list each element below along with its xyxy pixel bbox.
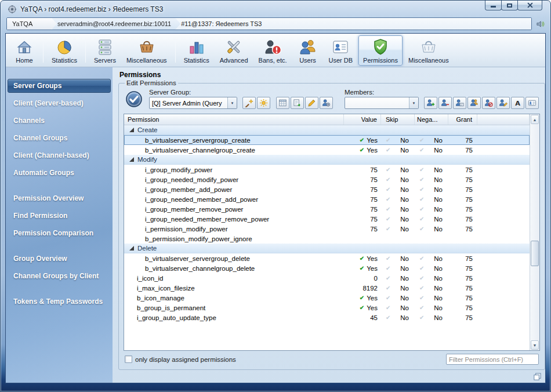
permission-row[interactable]: b_permission_modify_power_ignore [124,234,530,244]
permission-row[interactable]: i_group_member_remove_power75✔No✔No75 [124,204,530,214]
permission-row[interactable]: b_group_is_permanent✔Yes✔No✔No75 [124,303,530,313]
skip-check-icon: ✔ [386,147,390,153]
value-cell: 75 [344,176,381,183]
toolbar-button-miscellaneous[interactable]: Miscellaneous [122,35,172,66]
maximize-button[interactable] [501,1,518,10]
toolbar-button-statistics[interactable]: Statistics [47,35,82,66]
members-users-small-button[interactable] [467,97,481,109]
filter-permissions-input[interactable] [446,354,539,365]
sidebar-item-channel-groups[interactable]: Channel Groups [8,131,111,145]
sidebar-item-tokens-temp-passwords[interactable]: Tokens & Temp Passwords [8,295,111,308]
permission-row[interactable]: i_group_needed_member_remove_power75✔No✔… [124,214,530,224]
server-group-magic-wand-button[interactable] [242,97,256,109]
permission-row[interactable]: b_icon_manage✔Yes✔No✔No75 [124,293,530,303]
members-user-add-button[interactable] [424,97,437,109]
expand-triangle-icon[interactable] [129,157,134,162]
value-cell: 45 [344,314,381,321]
permission-group-row[interactable]: Delete [124,244,530,253]
toolbar-button-bans-etc[interactable]: Bans, etc. [254,35,292,66]
permission-row[interactable]: i_max_icon_filesize8192✔No✔No75 [124,283,530,293]
sidebar-item-server-groups[interactable]: Server Groups [8,79,111,93]
value-cell: 0 [344,275,381,282]
permission-row[interactable]: b_virtualserver_channelgroup_create✔Yes✔… [124,145,530,155]
scrollbar-track[interactable] [530,125,539,340]
permission-row[interactable]: i_group_member_add_power75✔No✔No75 [124,184,530,194]
sidebar-item-group-overview[interactable]: Group Overview [8,252,111,266]
permission-row[interactable]: i_permission_modify_power75✔No✔No75 [124,224,530,234]
minimize-button[interactable] [485,1,502,10]
column-negated[interactable]: Nega... [415,114,448,125]
sidebar-item-channel-groups-by-client[interactable]: Channel Groups by Client [8,269,111,283]
sidebar-item-permission-overview[interactable]: Permission Overview [8,191,111,205]
members-select[interactable]: ▼ [345,97,419,109]
members-label: Members: [345,89,539,96]
expand-triangle-icon[interactable] [129,128,134,132]
vertical-scrollbar[interactable]: ▲ ▼ [530,114,539,350]
toolbar-button-home[interactable]: Home [9,35,39,66]
negate-check-icon: ✔ [419,197,424,202]
skip-check-icon: ✔ [386,177,390,183]
sidebar-item-automatic-groups[interactable]: Automatic Groups [8,166,111,180]
toolbar-button-users[interactable]: Users [293,35,323,66]
server-group-user-gear-button[interactable] [320,97,333,109]
server-group-pencil-button[interactable] [305,97,318,109]
scrollbar-thumb[interactable] [531,241,539,266]
server-group-sun-button[interactable] [257,97,270,109]
titlebar[interactable]: YaTQA › root4.redeemer.biz › Яedeemers T… [5,1,546,16]
negate-check-icon: ✔ [419,167,424,173]
negate-text: No [434,265,443,272]
permission-row[interactable]: b_virtualserver_channelgroup_delete✔Yes✔… [124,263,530,273]
breadcrumb-segment-server[interactable]: serveradmin@root4.redeemer.biz:10011 [52,18,180,30]
members-user-edit-button[interactable] [496,97,510,109]
breadcrumb-segment-instance[interactable]: #11@1337: Яedeemers TS3 [176,18,531,30]
negate-text: No [434,186,443,193]
server-group-select[interactable]: [Q] Server Admin (Query ▼ [149,97,237,109]
assigned-permissions-checkbox[interactable] [125,355,132,363]
server-group-grid-button[interactable] [276,97,289,109]
sidebar-item-channels[interactable]: Channels [8,114,111,128]
column-skip[interactable]: Skip [381,114,415,125]
permission-group-row[interactable]: Create [124,125,530,135]
server-group-export-button[interactable] [291,97,304,109]
permission-row[interactable]: b_virtualserver_servergroup_delete✔Yes✔N… [124,253,530,263]
skip-text: No [400,196,409,203]
negate-text: No [434,147,443,154]
column-permission[interactable]: Permission [124,114,344,125]
members-id-card-button[interactable] [525,97,539,109]
members-user-card-button[interactable] [453,97,466,109]
toolbar-button-advanced[interactable]: Advanced [215,35,253,66]
scroll-down-icon[interactable]: ▼ [531,340,539,350]
permission-name: b_icon_manage [124,295,344,302]
sidebar-item-find-permission[interactable]: Find Permission [8,209,111,223]
negate-cell: ✔No [415,216,448,223]
permission-group-row[interactable]: Modify [124,155,530,165]
permission-row[interactable]: i_group_needed_member_add_power75✔No✔No7… [124,194,530,204]
expand-triangle-icon[interactable] [129,246,134,251]
toolbar-button-servers[interactable]: Servers [89,35,121,66]
breadcrumb-segment-app[interactable]: YaTQA [7,18,57,30]
permission-name: b_virtualserver_servergroup_delete [124,255,344,262]
column-grant[interactable]: Grant [448,114,477,125]
sidebar-item-client-server-based[interactable]: Client (Server-based) [8,96,111,110]
cascade-windows-icon[interactable] [533,372,542,381]
toolbar-button-statistics[interactable]: Statistics [179,35,214,66]
column-value[interactable]: Value [344,114,381,125]
toolbar-button-user-db[interactable]: User DB [324,35,358,66]
close-button[interactable] [517,1,542,10]
sound-icon[interactable] [536,20,545,28]
members-user-remove-button[interactable] [438,97,452,109]
permission-row[interactable]: b_virtualserver_servergroup_create✔Yes✔N… [124,135,530,145]
permission-row[interactable]: i_group_modify_power75✔No✔No75 [124,165,530,175]
sidebar-item-permission-comparison[interactable]: Permission Comparison [8,226,111,240]
permission-row[interactable]: i_group_needed_modify_power75✔No✔No75 [124,175,530,184]
negate-text: No [434,196,443,203]
negate-cell: ✔No [415,206,448,213]
toolbar-button-miscellaneous[interactable]: Miscellaneous [404,35,454,66]
members-font-a-button[interactable]: A [511,97,524,109]
members-user-block-button[interactable] [482,97,495,109]
scroll-up-icon[interactable]: ▲ [531,115,539,124]
sidebar-item-client-channel-based[interactable]: Client (Channel-based) [8,148,111,162]
permission-row[interactable]: i_icon_id0✔No✔No75 [124,273,530,283]
toolbar-button-permissions[interactable]: Permissions [358,35,403,66]
permission-row[interactable]: i_group_auto_update_type45✔No✔No75 [124,313,530,322]
